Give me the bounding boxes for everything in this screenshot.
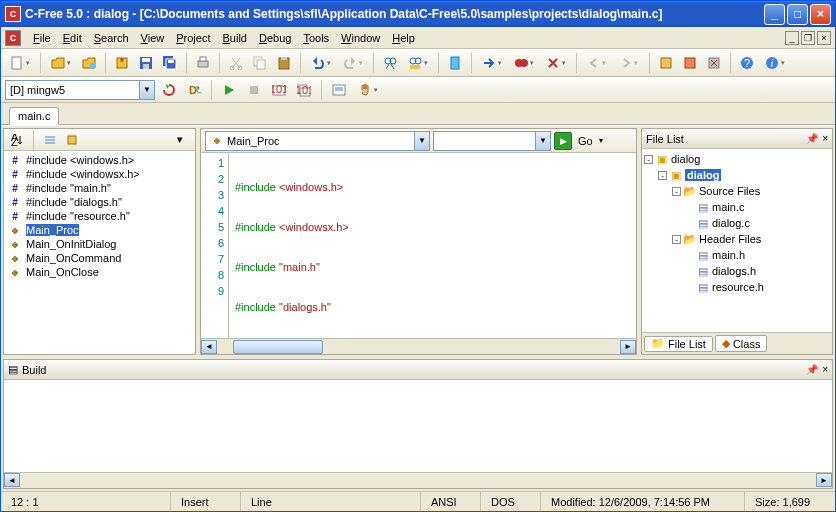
- code-content[interactable]: #include <windows.h> #include <windowsx.…: [229, 153, 636, 338]
- view-list-button[interactable]: [41, 131, 59, 149]
- redo-button[interactable]: [338, 52, 368, 74]
- menu-help[interactable]: Help: [386, 30, 421, 46]
- help-button[interactable]: ?: [736, 52, 758, 74]
- goto-button[interactable]: [477, 52, 507, 74]
- build-output[interactable]: [4, 380, 832, 472]
- code-editor[interactable]: 123 456 789 #include <windows.h> #includ…: [201, 153, 636, 338]
- tool2-button[interactable]: [679, 52, 701, 74]
- run-button[interactable]: [218, 79, 240, 101]
- print-button[interactable]: [192, 52, 214, 74]
- menu-debug[interactable]: Debug: [253, 30, 297, 46]
- chevron-down-icon[interactable]: ▼: [414, 132, 429, 150]
- output-button[interactable]: [328, 79, 350, 101]
- find-in-files-button[interactable]: [403, 52, 433, 74]
- breakpoints-button[interactable]: [509, 52, 539, 74]
- tree-file[interactable]: ▤dialog.c: [644, 215, 830, 231]
- tree-file[interactable]: ▤main.c: [644, 199, 830, 215]
- scroll-right-icon[interactable]: ►: [816, 473, 832, 487]
- tree-project[interactable]: -▣dialog: [644, 167, 830, 183]
- view-tree-button[interactable]: [63, 131, 81, 149]
- tree-workspace[interactable]: -▣dialog: [644, 151, 830, 167]
- build-hscrollbar[interactable]: ◄ ►: [4, 472, 832, 488]
- scroll-thumb[interactable]: [233, 340, 323, 354]
- tool1-button[interactable]: [655, 52, 677, 74]
- editor-hscrollbar[interactable]: ◄ ►: [201, 338, 636, 354]
- collapse-icon[interactable]: -: [658, 171, 667, 180]
- mdi-close-button[interactable]: ×: [817, 31, 831, 45]
- tree-header-folder[interactable]: -📂Header Files: [644, 231, 830, 247]
- tab-class[interactable]: ◆Class: [715, 335, 768, 352]
- outline-item[interactable]: ⎆Main_OnInitDialog: [6, 237, 193, 251]
- menu-project[interactable]: Project: [170, 30, 216, 46]
- title-bar[interactable]: C C-Free 5.0 : dialog - [C:\Documents an…: [1, 1, 835, 27]
- build-all-button[interactable]: 101: [293, 79, 315, 101]
- menu-tools[interactable]: Tools: [297, 30, 335, 46]
- collapse-icon[interactable]: -: [672, 235, 681, 244]
- scroll-left-icon[interactable]: ◄: [201, 340, 217, 354]
- tree-file[interactable]: ▤resource.h: [644, 279, 830, 295]
- info-button[interactable]: i: [760, 52, 790, 74]
- stop-button[interactable]: [243, 79, 265, 101]
- save-all-button[interactable]: [159, 52, 181, 74]
- nav-forward-button[interactable]: [614, 52, 644, 74]
- refresh-compiler-button[interactable]: [158, 79, 180, 101]
- nav-back-button[interactable]: [582, 52, 612, 74]
- chevron-down-icon[interactable]: ▼: [535, 132, 550, 150]
- maximize-button[interactable]: □: [787, 4, 808, 25]
- open-button[interactable]: [46, 52, 76, 74]
- open-project-button[interactable]: [78, 52, 100, 74]
- collapse-icon[interactable]: -: [672, 187, 681, 196]
- tree-file[interactable]: ▤dialogs.h: [644, 263, 830, 279]
- build-button[interactable]: 101: [268, 79, 290, 101]
- mdi-app-icon[interactable]: C: [5, 30, 21, 46]
- go-button[interactable]: Go: [575, 135, 596, 147]
- bookmark-button[interactable]: [444, 52, 466, 74]
- scroll-left-icon[interactable]: ◄: [4, 473, 20, 487]
- tree-file[interactable]: ▤main.h: [644, 247, 830, 263]
- scope-combo[interactable]: ▼: [433, 131, 551, 151]
- pin-icon[interactable]: 📌: [806, 133, 818, 144]
- paste-button[interactable]: [273, 52, 295, 74]
- copy-button[interactable]: [249, 52, 271, 74]
- tab-filelist[interactable]: 📁File List: [644, 336, 713, 352]
- close-panel-icon[interactable]: ×: [822, 364, 828, 375]
- menu-edit[interactable]: Edit: [57, 30, 88, 46]
- menu-window[interactable]: Window: [335, 30, 386, 46]
- collapse-icon[interactable]: -: [644, 155, 653, 164]
- find-button[interactable]: [379, 52, 401, 74]
- chevron-down-icon[interactable]: ▼: [139, 81, 154, 99]
- outline-menu-button[interactable]: ▾: [169, 129, 191, 151]
- file-tab-main-c[interactable]: main.c: [9, 107, 59, 125]
- sort-button[interactable]: AZ: [8, 131, 26, 149]
- new-file-button[interactable]: [5, 52, 35, 74]
- tree-source-folder[interactable]: -📂Source Files: [644, 183, 830, 199]
- save-button[interactable]: [135, 52, 157, 74]
- close-button[interactable]: ×: [810, 4, 831, 25]
- outline-item[interactable]: ⎆Main_OnClose: [6, 265, 193, 279]
- mdi-minimize-button[interactable]: _: [785, 31, 799, 45]
- outline-item[interactable]: ##include <windows.h>: [6, 153, 193, 167]
- hand-tool-button[interactable]: [353, 79, 383, 101]
- menu-build[interactable]: Build: [217, 30, 253, 46]
- new-project-button[interactable]: *: [111, 52, 133, 74]
- minimize-button[interactable]: _: [764, 4, 785, 25]
- scroll-right-icon[interactable]: ►: [620, 340, 636, 354]
- outline-item[interactable]: ⎆Main_OnCommand: [6, 251, 193, 265]
- menu-search[interactable]: Search: [88, 30, 135, 46]
- outline-item[interactable]: ##include <windowsx.h>: [6, 167, 193, 181]
- menu-view[interactable]: View: [135, 30, 171, 46]
- outline-item[interactable]: ##include "dialogs.h": [6, 195, 193, 209]
- outline-item[interactable]: ⎆Main_Proc: [6, 223, 193, 237]
- cut-button[interactable]: [225, 52, 247, 74]
- pin-icon[interactable]: 📌: [806, 364, 818, 375]
- menu-file[interactable]: File: [27, 30, 57, 46]
- mdi-restore-button[interactable]: ❐: [801, 31, 815, 45]
- compiler-combo[interactable]: [D] mingw5 ▼: [5, 80, 155, 100]
- tool3-button[interactable]: [703, 52, 725, 74]
- close-panel-icon[interactable]: ×: [822, 133, 828, 144]
- undo-button[interactable]: [306, 52, 336, 74]
- compiler-settings-button[interactable]: D↻: [183, 79, 205, 101]
- outline-item[interactable]: ##include "main.h": [6, 181, 193, 195]
- clear-button[interactable]: [541, 52, 571, 74]
- outline-item[interactable]: ##include "resource.h": [6, 209, 193, 223]
